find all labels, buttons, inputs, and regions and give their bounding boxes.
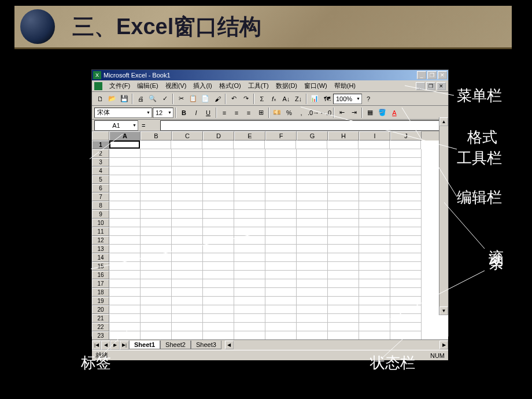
cell[interactable] xyxy=(234,323,265,331)
cell[interactable] xyxy=(203,219,234,227)
scroll-down-icon[interactable]: ▼ xyxy=(439,306,448,315)
cell[interactable] xyxy=(359,323,390,331)
cell[interactable] xyxy=(172,271,203,279)
minimize-button[interactable]: _ xyxy=(417,71,426,79)
cell[interactable] xyxy=(297,262,328,271)
percent-icon[interactable]: % xyxy=(283,107,295,119)
row-header[interactable]: 15 xyxy=(92,262,109,271)
cell[interactable] xyxy=(297,210,328,219)
cell[interactable] xyxy=(297,288,328,297)
cell[interactable] xyxy=(265,227,297,236)
cell[interactable] xyxy=(172,149,203,158)
cell[interactable] xyxy=(297,323,328,331)
cell[interactable] xyxy=(141,279,172,288)
cell[interactable] xyxy=(234,201,265,210)
col-header[interactable]: D xyxy=(203,131,234,141)
cell[interactable] xyxy=(234,210,265,219)
cell[interactable] xyxy=(297,167,328,175)
format-painter-icon[interactable]: 🖌 xyxy=(212,93,223,105)
align-left-icon[interactable]: ≡ xyxy=(219,107,230,119)
row-header[interactable]: 19 xyxy=(92,297,109,305)
cell[interactable] xyxy=(109,227,141,236)
font-combo[interactable]: 宋体 xyxy=(94,108,152,118)
cell[interactable] xyxy=(328,193,359,201)
cell[interactable] xyxy=(234,193,265,201)
col-header[interactable]: F xyxy=(265,131,297,141)
cell[interactable] xyxy=(234,271,265,279)
cell[interactable] xyxy=(109,210,141,219)
cell[interactable] xyxy=(265,323,297,331)
cell[interactable] xyxy=(203,236,234,245)
cell[interactable] xyxy=(234,297,265,305)
cell[interactable] xyxy=(172,262,203,271)
scroll-right-icon[interactable]: ▶ xyxy=(439,341,448,349)
cell[interactable] xyxy=(109,305,141,314)
cell[interactable] xyxy=(265,201,297,210)
cell[interactable] xyxy=(109,158,141,167)
cell[interactable] xyxy=(297,245,328,253)
cell[interactable] xyxy=(359,271,390,279)
cell[interactable] xyxy=(109,253,141,262)
menu-data[interactable]: 数据(D) xyxy=(272,80,301,91)
cell[interactable] xyxy=(265,236,297,245)
menu-insert[interactable]: 插入(I) xyxy=(190,80,215,91)
sort-desc-icon[interactable]: Z↓ xyxy=(293,93,304,105)
col-header[interactable]: J xyxy=(390,131,422,141)
currency-icon[interactable]: 💴 xyxy=(271,107,283,119)
row-header[interactable]: 18 xyxy=(92,288,109,297)
cell[interactable] xyxy=(265,175,297,184)
cell[interactable] xyxy=(109,175,141,184)
cell[interactable] xyxy=(234,305,265,314)
cell[interactable] xyxy=(297,314,328,323)
cell[interactable] xyxy=(234,167,265,175)
cell[interactable] xyxy=(171,141,202,149)
row-header[interactable]: 5 xyxy=(92,175,109,184)
cell[interactable] xyxy=(172,193,203,201)
cell[interactable] xyxy=(265,245,297,253)
row-header[interactable]: 17 xyxy=(92,279,109,288)
cell[interactable] xyxy=(328,297,359,305)
cell[interactable] xyxy=(141,193,172,201)
cell[interactable] xyxy=(203,271,234,279)
cell[interactable] xyxy=(359,193,390,201)
cell[interactable] xyxy=(234,236,265,245)
cell[interactable] xyxy=(234,141,265,149)
cell[interactable] xyxy=(328,158,359,167)
cell[interactable] xyxy=(203,279,234,288)
row-header[interactable]: 9 xyxy=(92,210,109,219)
cell[interactable] xyxy=(141,262,172,271)
cell[interactable] xyxy=(390,262,422,271)
menu-format[interactable]: 格式(O) xyxy=(216,80,245,91)
scroll-up-icon[interactable]: ▲ xyxy=(439,117,448,126)
row-header[interactable]: 6 xyxy=(92,184,109,193)
cell[interactable] xyxy=(390,201,422,210)
menu-file[interactable]: 文件(F) xyxy=(106,80,134,91)
cell[interactable] xyxy=(203,305,234,314)
cell[interactable] xyxy=(328,271,359,279)
cell[interactable] xyxy=(328,331,359,339)
chart-icon[interactable]: 📊 xyxy=(309,93,320,105)
cell[interactable] xyxy=(265,331,297,339)
row-header[interactable]: 22 xyxy=(92,323,109,331)
row-header[interactable]: 10 xyxy=(92,219,109,227)
size-combo[interactable]: 12 xyxy=(153,108,173,118)
cell[interactable] xyxy=(265,210,297,219)
menu-view[interactable]: 视图(V) xyxy=(162,80,190,91)
cell[interactable] xyxy=(265,288,297,297)
doc-minimize-button[interactable]: _ xyxy=(416,82,425,90)
font-color-icon[interactable]: A xyxy=(389,107,400,119)
cell[interactable] xyxy=(328,323,359,331)
row-header[interactable]: 3 xyxy=(92,158,109,167)
col-header[interactable]: E xyxy=(234,131,265,141)
cell[interactable] xyxy=(390,288,422,297)
align-right-icon[interactable]: ≡ xyxy=(243,107,254,119)
cell[interactable] xyxy=(265,219,297,227)
worksheet-grid[interactable]: ABCDEFGHIJ 12345678910111213141516171819… xyxy=(92,131,448,339)
cell[interactable] xyxy=(390,331,422,339)
vertical-scrollbar[interactable]: ▲ ▼ xyxy=(439,117,448,315)
tab-next-icon[interactable]: ▶ xyxy=(110,341,120,350)
cell[interactable] xyxy=(109,297,141,305)
cell[interactable] xyxy=(109,201,141,210)
cell[interactable] xyxy=(203,149,234,158)
cell[interactable] xyxy=(328,262,359,271)
